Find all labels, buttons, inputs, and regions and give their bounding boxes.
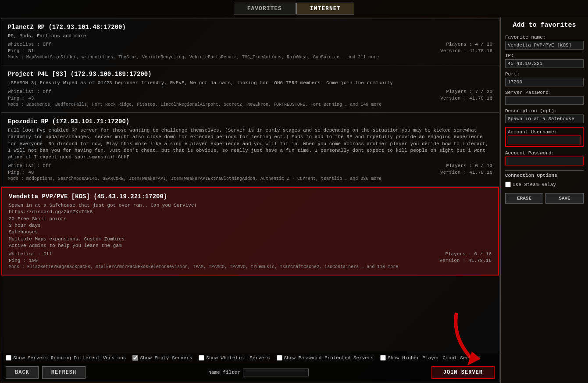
server-meta-4: Whitelist : Off Players : 0 / 16	[9, 251, 492, 257]
server-ping-4: Ping : 100	[9, 258, 38, 263]
server-desc-1: RP, Mods, Factions and more	[8, 33, 492, 39]
server-ping-3: Ping : 48	[8, 170, 34, 175]
checkbox-whitelist[interactable]	[199, 355, 204, 361]
favorite-name-input[interactable]	[505, 41, 584, 50]
filter-different-versions[interactable]: Show Servers Running Different Versions	[6, 355, 126, 361]
server-entry-2[interactable]: Project P4L [S3] (172.93.100.189:17200) …	[1, 65, 499, 112]
connection-options-header: Connection Options	[505, 170, 584, 178]
back-button[interactable]: BACK	[6, 366, 39, 379]
filter-different-versions-label: Show Servers Running Different Versions	[13, 355, 126, 361]
server-meta-2b: Ping : 43 Version : 41.78.16	[8, 96, 492, 101]
server-name-1: PlanetZ RP (172.93.101.48:17200)	[8, 24, 492, 31]
server-password-field: Server Password:	[505, 90, 584, 105]
top-nav: FAVORITES INTERNET	[0, 0, 588, 17]
panel-buttons: ERASE SAVE	[505, 193, 584, 204]
favorite-name-field: Favorite name:	[505, 35, 584, 50]
use-steam-relay-row[interactable]: Use Steam Relay	[505, 182, 584, 187]
name-filter-row: Name filter	[208, 369, 309, 376]
server-whitelist-1: Whitelist : Off	[8, 42, 51, 47]
right-panel: Add to favorites Favorite name: IP: Port…	[500, 17, 588, 383]
checkbox-different-versions[interactable]	[6, 355, 11, 361]
server-desc-4: Spawn in at a Safehouse that just got ov…	[9, 202, 492, 250]
server-password-input[interactable]	[505, 96, 584, 105]
account-username-label: Account Username:	[508, 129, 581, 135]
ip-input[interactable]	[505, 59, 584, 68]
server-name-3: Epozodic RP (172.93.101.71:17200)	[8, 118, 492, 125]
server-mods-3: Mods : modoptions, SearchModeAPI41, GEAR…	[8, 176, 492, 181]
refresh-button[interactable]: REFRESH	[42, 366, 86, 379]
join-server-button[interactable]: JOIN SERVER	[431, 366, 495, 379]
erase-button[interactable]: ERASE	[505, 193, 543, 204]
filter-whitelist-label: Show Whitelist Servers	[206, 355, 270, 361]
filter-empty-servers[interactable]: Show Empty Servers	[132, 355, 192, 361]
name-filter-input[interactable]	[243, 369, 309, 376]
filter-password-label: Show Password Protected Servers	[284, 355, 374, 361]
server-desc-3: Full loot Pvp enabled RP server for thos…	[8, 127, 492, 161]
tab-favorites[interactable]: FAVORITES	[234, 3, 296, 14]
server-whitelist-4: Whitelist : Off	[9, 251, 52, 257]
server-version-4: Version : 41.78.16	[439, 258, 492, 263]
save-button[interactable]: SAVE	[545, 193, 584, 204]
server-password-label: Server Password:	[505, 90, 584, 95]
server-meta-4b: Ping : 100 Version : 41.78.16	[9, 258, 492, 263]
server-whitelist-3: Whitelist : Off	[8, 163, 51, 168]
panel-title: Add to favorites	[505, 21, 584, 29]
action-buttons-row: BACK REFRESH Name filter JOIN SERVER	[1, 363, 499, 382]
server-mods-1: Mods : MapSymbolSizeSlider, wringclothes…	[8, 55, 492, 60]
filter-password-protected[interactable]: Show Password Protected Servers	[277, 355, 374, 361]
server-meta-3: Whitelist : Off Players : 0 / 10	[8, 163, 492, 168]
account-password-input[interactable]	[505, 157, 584, 165]
filter-higher-player-label: Show Higher Player Count Servers	[388, 355, 480, 361]
favorite-name-label: Favorite name:	[505, 35, 584, 40]
filter-whitelist[interactable]: Show Whitelist Servers	[199, 355, 270, 361]
account-username-field: Account Username:	[505, 127, 584, 147]
server-list-container: PlanetZ RP (172.93.101.48:17200) RP, Mod…	[1, 18, 499, 382]
server-whitelist-2: Whitelist : Off	[8, 89, 51, 94]
description-input[interactable]	[505, 115, 584, 123]
server-players-2: Players : 7 / 20	[446, 89, 492, 94]
port-label: Port:	[505, 72, 584, 77]
account-password-label: Account Password:	[505, 150, 584, 156]
server-version-1: Version : 41.78.16	[440, 48, 492, 54]
server-version-2: Version : 41.78.16	[440, 96, 492, 101]
server-version-3: Version : 41.78.16	[440, 170, 492, 175]
ip-field: IP:	[505, 53, 584, 68]
server-name-2: Project P4L [S3] (172.93.100.189:17200)	[8, 71, 492, 78]
account-username-input[interactable]	[508, 136, 581, 144]
filters-bar: Show Servers Running Different Versions …	[1, 352, 499, 363]
server-list[interactable]: PlanetZ RP (172.93.101.48:17200) RP, Mod…	[1, 18, 499, 352]
use-steam-relay-checkbox[interactable]	[505, 182, 511, 187]
server-meta-3b: Ping : 48 Version : 41.78.16	[8, 170, 492, 175]
server-entry-3[interactable]: Epozodic RP (172.93.101.71:17200) Full l…	[1, 113, 499, 187]
server-desc-2: [SEASON 3] Freshly Wiped as of 01/23 beg…	[8, 80, 492, 86]
server-entry-4[interactable]: Vendetta PVP/PVE [KOS] (45.43.19.221:172…	[1, 187, 499, 276]
server-name-4: Vendetta PVP/PVE [KOS] (45.43.19.221:172…	[9, 193, 492, 200]
server-mods-4: Mods : EliazBetterBagsBackpacks, Stalker…	[9, 265, 492, 269]
server-players-4: Players : 0 / 16	[445, 251, 492, 257]
server-meta-1b: Ping : 51 Version : 41.78.16	[8, 48, 492, 54]
account-password-field: Account Password:	[505, 150, 584, 165]
server-ping-2: Ping : 43	[8, 96, 34, 101]
main-container: FAVORITES INTERNET PlanetZ RP (172.93.10…	[0, 0, 588, 383]
server-players-3: Players : 0 / 10	[446, 163, 492, 168]
port-field: Port:	[505, 72, 584, 86]
description-label: Description (opt):	[505, 108, 584, 114]
server-meta-2: Whitelist : Off Players : 7 / 20	[8, 89, 492, 94]
checkbox-empty-servers[interactable]	[132, 355, 138, 361]
server-entry-1[interactable]: PlanetZ RP (172.93.101.48:17200) RP, Mod…	[1, 18, 499, 65]
name-filter-label: Name filter	[208, 370, 240, 375]
server-meta-1: Whitelist : Off Players : 4 / 20	[8, 42, 492, 47]
checkbox-higher-player[interactable]	[380, 355, 386, 361]
checkbox-password-protected[interactable]	[277, 355, 282, 361]
use-steam-relay-label: Use Steam Relay	[513, 182, 556, 187]
port-input[interactable]	[505, 78, 584, 86]
content-area: PlanetZ RP (172.93.101.48:17200) RP, Mod…	[0, 17, 588, 383]
filter-higher-player[interactable]: Show Higher Player Count Servers	[380, 355, 480, 361]
server-mods-2: Mods : Basements, BedfordFalls, Fort Roc…	[8, 102, 492, 107]
server-players-1: Players : 4 / 20	[446, 42, 492, 47]
filter-empty-label: Show Empty Servers	[140, 355, 192, 361]
ip-label: IP:	[505, 53, 584, 58]
tab-internet[interactable]: INTERNET	[296, 3, 354, 14]
description-field: Description (opt):	[505, 108, 584, 123]
server-ping-1: Ping : 51	[8, 48, 34, 54]
